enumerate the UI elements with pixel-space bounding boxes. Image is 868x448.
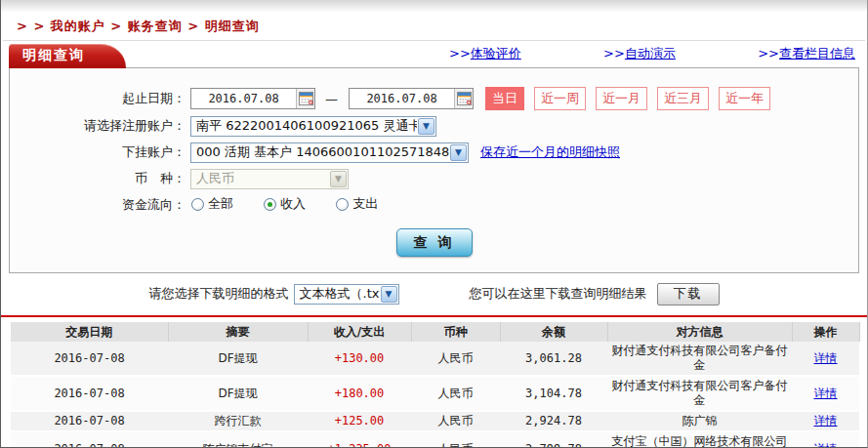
cell-date: 2016-07-08	[11, 431, 168, 448]
detail-link[interactable]: 详情	[814, 351, 838, 365]
cell-balance: 3,104.78	[500, 376, 607, 411]
quick-range-button[interactable]: 当日	[485, 87, 524, 110]
top-gradient-bar	[1, 0, 867, 13]
cell-amount: +180.00	[308, 376, 411, 411]
chevron-down-icon: ▼	[381, 286, 397, 303]
cell-summary: 跨行汇款	[168, 411, 308, 431]
currency-value: 人民币	[191, 170, 329, 187]
cell-summary: 陈广锦支付宝	[168, 431, 308, 448]
download-format-select[interactable]: 文本格式（.txt） ▼	[294, 284, 399, 305]
cell-action: 详情	[792, 342, 859, 376]
flow-option-label: 支出	[352, 195, 378, 213]
detail-link[interactable]: 详情	[814, 414, 838, 428]
cell-balance: 2,924.78	[500, 411, 607, 431]
table-row: 2016-07-08 跨行汇款 +125.00 人民币 2,924.78 陈广锦…	[11, 411, 859, 431]
cell-amount: +125.00	[308, 411, 411, 431]
cell-currency: 人民币	[411, 342, 500, 376]
quick-range-button[interactable]: 近一年	[719, 87, 770, 110]
top-link[interactable]: >>体验评价	[449, 45, 521, 62]
transaction-table: 交易日期 摘要 收入/支出 币种 余额 对方信息 操作 2016-0	[11, 322, 860, 448]
quick-range-button[interactable]: 近一周	[534, 87, 586, 110]
tab-detail-query[interactable]: 明细查询	[9, 44, 126, 68]
end-date-input[interactable]: 2016.07.08	[349, 88, 474, 109]
cell-balance: 2,799.78	[500, 431, 607, 448]
radio-icon[interactable]	[264, 198, 276, 211]
calendar-icon[interactable]	[296, 89, 314, 108]
cell-currency: 人民币	[411, 376, 500, 411]
cell-counterparty: 陈广锦	[607, 411, 792, 431]
quick-range-button[interactable]: 近三月	[657, 87, 709, 110]
start-date-value: 2016.07.08	[191, 92, 296, 105]
red-divider	[1, 315, 867, 317]
top-link-label: 自动演示	[625, 46, 676, 61]
top-link[interactable]: >>自动演示	[603, 45, 676, 62]
query-button[interactable]: 查 询	[396, 228, 473, 257]
date-range-separator: —	[325, 92, 338, 106]
query-form: 起止日期： 2016.07.08 —	[9, 67, 859, 273]
flow-radio-option[interactable]: 支出	[336, 195, 378, 213]
register-account-value: 南平 6222001406100921065 灵通卡	[191, 117, 417, 135]
register-account-select[interactable]: 南平 6222001406100921065 灵通卡 ▼	[190, 116, 436, 137]
end-date-value: 2016.07.08	[350, 92, 454, 105]
download-format-value: 文本格式（.txt）	[295, 285, 380, 303]
register-account-row: 请选择注册账户： 南平 6222001406100921065 灵通卡 ▼	[10, 115, 858, 137]
cell-currency: 人民币	[411, 431, 500, 448]
sub-account-row: 下挂账户： 000 活期 基本户 1406600101102571848 ▼ 保…	[10, 142, 858, 163]
cell-currency: 人民币	[411, 411, 500, 431]
tab-label: 明细查询	[22, 47, 85, 62]
detail-link[interactable]: 详情	[814, 387, 838, 400]
date-range-row: 起止日期： 2016.07.08 —	[10, 87, 858, 110]
link-arrow-prefix: >>	[758, 46, 779, 61]
top-links: >>体验评价 >>自动演示 >>查看栏目信息	[449, 45, 859, 67]
download-button[interactable]: 下载	[657, 283, 720, 305]
top-link[interactable]: >>查看栏目信息	[758, 45, 855, 62]
quick-range-buttons: 当日 近一周 近一月 近三月 近一年	[485, 87, 780, 110]
breadcrumb-row: > > 我的账户 > 账务查询 > 明细查询	[3, 13, 865, 41]
calendar-icon[interactable]	[454, 89, 473, 108]
top-link-label: 体验评价	[471, 46, 521, 61]
table-header-row: 交易日期 摘要 收入/支出 币种 余额 对方信息 操作	[11, 322, 859, 342]
cell-amount: +1,235.00	[308, 431, 411, 448]
table-header-cell: 交易日期	[11, 322, 168, 342]
detail-query-page: > > 我的账户 > 账务查询 > 明细查询 明细查询 >>体验评价 >>自动演…	[0, 0, 868, 448]
cell-amount: +130.00	[308, 342, 411, 376]
table-header-cell: 收入/支出	[308, 322, 411, 342]
breadcrumb[interactable]: > > 我的账户 > 账务查询 > 明细查询	[17, 19, 260, 33]
flow-radio-option[interactable]: 全部	[191, 195, 233, 213]
cell-counterparty: 财付通支付科技有限公司客户备付金	[607, 342, 792, 376]
quick-range-button[interactable]: 近一月	[596, 87, 647, 110]
download-format-label: 请您选择下载明细的格式	[149, 285, 289, 303]
table-header-cell: 币种	[411, 322, 500, 342]
flow-option-label: 收入	[280, 195, 306, 213]
save-snapshot-link[interactable]: 保存近一个月的明细快照	[480, 143, 620, 161]
currency-select: 人民币 ▼	[190, 169, 349, 189]
cell-date: 2016-07-08	[11, 376, 168, 411]
cell-summary: DF提现	[168, 342, 308, 376]
radio-icon[interactable]	[336, 198, 349, 211]
chevron-down-icon: ▼	[330, 171, 347, 187]
flow-options: 全部 收入 支出	[191, 195, 403, 215]
download-row: 请您选择下载明细的格式 文本格式（.txt） ▼ 您可以在这里下载查询明细结果 …	[1, 281, 867, 306]
flow-direction-label: 资金流向：	[10, 196, 186, 214]
cell-date: 2016-07-08	[11, 342, 168, 376]
table-header-cell: 对方信息	[607, 322, 792, 342]
date-range-label: 起止日期：	[10, 90, 186, 107]
table-row: 2016-07-08 DF提现 +130.00 人民币 3,061.28 财付通…	[11, 342, 859, 376]
register-account-label: 请选择注册账户：	[10, 117, 186, 135]
sub-account-select[interactable]: 000 活期 基本户 1406600101102571848 ▼	[190, 143, 469, 163]
sub-account-label: 下挂账户：	[10, 143, 186, 161]
start-date-input[interactable]: 2016.07.08	[190, 88, 315, 109]
detail-link[interactable]: 详情	[814, 442, 838, 448]
cell-action: 详情	[792, 431, 859, 448]
flow-radio-option[interactable]: 收入	[264, 195, 306, 213]
link-arrow-prefix: >>	[449, 46, 471, 61]
flow-option-label: 全部	[208, 195, 233, 213]
chevron-down-icon: ▼	[450, 144, 467, 161]
cell-counterparty: 支付宝（中国）网络技术有限公司客户备付金	[607, 431, 792, 448]
currency-label: 币 种：	[10, 170, 186, 187]
link-arrow-prefix: >>	[603, 46, 625, 61]
currency-row: 币 种： 人民币 ▼	[10, 168, 858, 189]
chevron-down-icon: ▼	[418, 118, 434, 135]
sub-account-value: 000 活期 基本户 1406600101102571848	[191, 143, 449, 161]
radio-icon[interactable]	[191, 198, 204, 211]
